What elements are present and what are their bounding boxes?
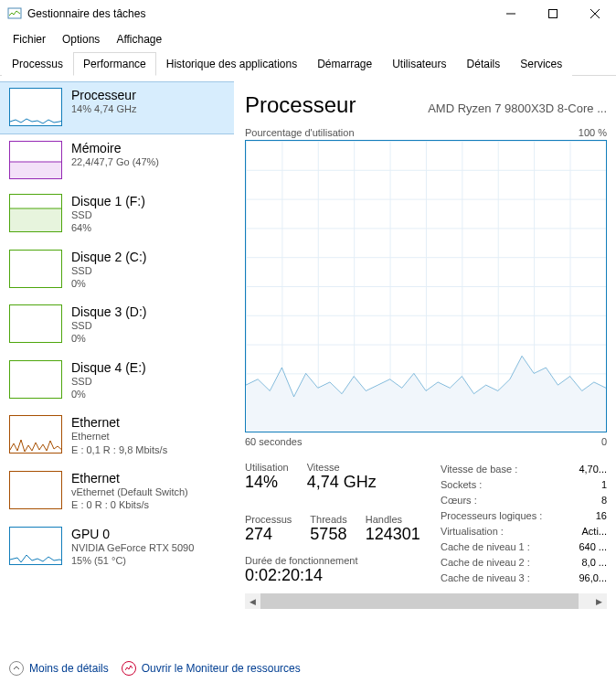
app-icon xyxy=(7,6,22,21)
util-value: 14% xyxy=(245,473,289,492)
thumb-disk xyxy=(9,360,62,399)
thumb-disk xyxy=(9,194,62,232)
chart-axis-left: 60 secondes xyxy=(245,436,302,447)
cpu-chart xyxy=(245,140,607,432)
speed-value: 4,74 GHz xyxy=(307,473,377,492)
sidebar-title: Disque 2 (C:) xyxy=(71,250,146,264)
thumb-mem xyxy=(9,141,62,179)
tab-details[interactable]: Détails xyxy=(457,52,511,76)
sidebar-item-eth-6[interactable]: EthernetEthernetE : 0,1 R : 9,8 Mbits/s xyxy=(0,409,234,464)
open-resmon-button[interactable]: Ouvrir le Moniteur de ressources xyxy=(122,661,301,676)
scroll-left-icon[interactable]: ◀ xyxy=(245,593,260,609)
thumb-cpu xyxy=(9,88,62,126)
sidebar-sub: SSD0% xyxy=(71,375,146,401)
side-stat-row: Processeurs logiques :16 xyxy=(441,508,607,524)
detail-title: Processeur xyxy=(245,92,356,118)
detail-subtitle: AMD Ryzen 7 9800X3D 8-Core ... xyxy=(428,101,607,115)
svg-rect-2 xyxy=(549,10,558,18)
sidebar-item-mem-1[interactable]: Mémoire22,4/47,7 Go (47%) xyxy=(0,134,234,187)
scroll-right-icon[interactable]: ▶ xyxy=(591,593,607,609)
sidebar-title: GPU 0 xyxy=(71,527,194,541)
maximize-button[interactable] xyxy=(532,0,574,27)
thumb-gpu xyxy=(9,527,62,565)
sidebar-sub: SSD64% xyxy=(71,208,145,235)
titlebar: Gestionnaire des tâches xyxy=(0,0,616,27)
uptime-label: Durée de fonctionnement xyxy=(245,555,424,566)
speed-label: Vitesse xyxy=(307,462,377,473)
footer: Moins de détails Ouvrir le Moniteur de r… xyxy=(0,653,616,683)
menu-view[interactable]: Affichage xyxy=(109,29,169,49)
sidebar-sub: NVIDIA GeForce RTX 509015% (51 °C) xyxy=(71,541,194,568)
svg-marker-13 xyxy=(246,356,606,432)
tab-startup[interactable]: Démarrage xyxy=(307,52,382,76)
sidebar-sub: SSD0% xyxy=(71,319,146,346)
sidebar-sub: EthernetE : 0,1 R : 9,8 Mbits/s xyxy=(71,430,167,456)
window-title: Gestionnaire des tâches xyxy=(27,7,490,20)
util-label: Utilisation xyxy=(245,462,289,473)
sidebar-item-disk-2[interactable]: Disque 1 (F:)SSD64% xyxy=(0,187,234,243)
side-stat-row: Virtualisation :Acti... xyxy=(441,524,607,539)
sidebar-title: Ethernet xyxy=(71,471,188,486)
thumb-eth xyxy=(9,471,62,509)
detail-pane: Processeur AMD Ryzen 7 9800X3D 8-Core ..… xyxy=(234,76,616,653)
tab-apphistory[interactable]: Historique des applications xyxy=(156,52,307,76)
sidebar-sub: SSD0% xyxy=(71,264,146,291)
thumb-eth xyxy=(9,415,62,454)
thumb-disk xyxy=(9,304,62,343)
sidebar-item-disk-5[interactable]: Disque 4 (E:)SSD0% xyxy=(0,354,234,410)
proc-value: 274 xyxy=(245,525,292,544)
threads-label: Threads xyxy=(310,514,346,525)
sidebar-title: Ethernet xyxy=(71,415,167,430)
sidebar-title: Processeur xyxy=(71,88,137,102)
resmon-icon xyxy=(122,661,136,676)
side-stat-row: Vitesse de base :4,70... xyxy=(441,462,607,477)
handles-label: Handles xyxy=(366,514,420,525)
sidebar-sub: vEthernet (Default Switch)E : 0 R : 0 Kb… xyxy=(71,486,188,512)
menu-options[interactable]: Options xyxy=(55,29,107,49)
chart-axis-right: 0 xyxy=(601,436,607,447)
svg-rect-5 xyxy=(10,162,61,178)
proc-label: Processus xyxy=(245,514,292,525)
thumb-disk xyxy=(9,250,62,288)
svg-rect-7 xyxy=(10,208,61,231)
tab-bar: Processus Performance Historique des app… xyxy=(0,51,616,76)
sidebar-item-cpu-0[interactable]: Processeur14% 4,74 GHz xyxy=(0,81,234,134)
handles-value: 124301 xyxy=(366,525,420,544)
scroll-thumb[interactable] xyxy=(260,593,579,609)
menubar: Fichier Options Affichage xyxy=(0,27,616,51)
fewer-details-button[interactable]: Moins de détails xyxy=(9,661,109,676)
stats-side: Vitesse de base :4,70...Sockets :1Cœurs … xyxy=(441,462,607,586)
sidebar-sub: 22,4/47,7 Go (47%) xyxy=(71,155,159,168)
tab-users[interactable]: Utilisateurs xyxy=(382,52,456,76)
sidebar-title: Disque 3 (D:) xyxy=(71,304,146,319)
sidebar-item-disk-4[interactable]: Disque 3 (D:)SSD0% xyxy=(0,298,234,354)
sidebar-title: Disque 4 (E:) xyxy=(71,360,146,375)
sidebar-item-eth-7[interactable]: EthernetvEthernet (Default Switch)E : 0 … xyxy=(0,464,234,520)
sidebar-title: Mémoire xyxy=(71,141,159,155)
side-stat-row: Cache de niveau 1 :640 ... xyxy=(441,539,607,555)
side-stat-row: Cache de niveau 3 :96,0... xyxy=(441,571,607,586)
sidebar-item-gpu-8[interactable]: GPU 0NVIDIA GeForce RTX 509015% (51 °C) xyxy=(0,520,234,576)
sidebar-title: Disque 1 (F:) xyxy=(71,194,145,208)
chart-label-left: Pourcentage d'utilisation xyxy=(245,127,355,138)
chart-label-right: 100 % xyxy=(579,127,607,138)
sidebar-item-disk-3[interactable]: Disque 2 (C:)SSD0% xyxy=(0,243,234,299)
threads-value: 5758 xyxy=(310,525,346,544)
sidebar[interactable]: Processeur14% 4,74 GHzMémoire22,4/47,7 G… xyxy=(0,76,234,653)
uptime-value: 0:02:20:14 xyxy=(245,566,424,585)
menu-file[interactable]: Fichier xyxy=(5,29,53,49)
sidebar-sub: 14% 4,74 GHz xyxy=(71,102,137,115)
close-button[interactable] xyxy=(574,0,616,27)
side-stat-row: Cœurs :8 xyxy=(441,493,607,508)
minimize-button[interactable] xyxy=(490,0,532,27)
tab-performance[interactable]: Performance xyxy=(73,52,156,76)
horizontal-scrollbar[interactable]: ◀ ▶ xyxy=(245,593,607,609)
side-stat-row: Cache de niveau 2 :8,0 ... xyxy=(441,555,607,571)
chevron-up-icon xyxy=(9,661,24,676)
side-stat-row: Sockets :1 xyxy=(441,477,607,493)
tab-services[interactable]: Services xyxy=(510,52,572,76)
tab-processes[interactable]: Processus xyxy=(2,52,73,76)
